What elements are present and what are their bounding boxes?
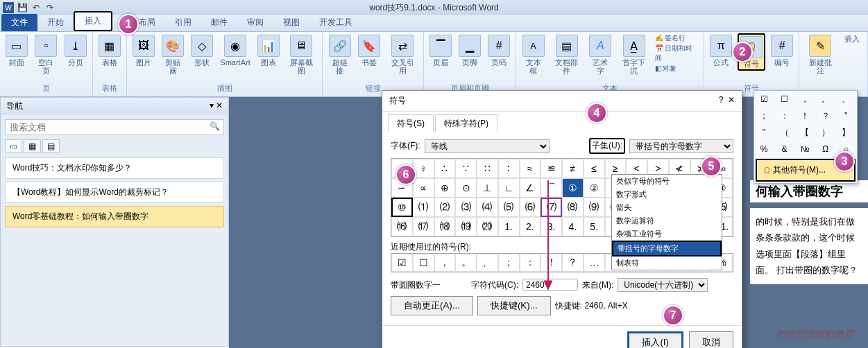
char-cell[interactable]: ⒅ <box>434 217 456 236</box>
subset-option[interactable]: 类似字母的符号 <box>612 175 722 188</box>
char-cell[interactable]: ① <box>562 178 584 198</box>
dialog-tab-symbols[interactable]: 符号(S) <box>388 114 434 132</box>
symbol-cell[interactable]: ， <box>795 91 815 107</box>
screenshot-button[interactable]: 🖥屏幕截图 <box>285 33 318 76</box>
page-break-button[interactable]: ⤓分页 <box>63 33 88 68</box>
footer-button[interactable]: ▁页脚 <box>457 33 482 68</box>
cancel-button[interactable]: 取消 <box>689 331 733 348</box>
redo-icon[interactable]: ↷ <box>44 2 56 13</box>
char-cell[interactable]: ② <box>584 178 605 198</box>
recent-cell[interactable]: 、 <box>477 254 498 272</box>
wordart-button[interactable]: A艺术字 <box>588 33 613 76</box>
char-cell[interactable]: ⒃ <box>391 217 413 236</box>
tab-home[interactable]: 开始 <box>37 14 74 31</box>
recent-cell[interactable]: ， <box>434 254 456 272</box>
nav-tab-results[interactable]: ▤ <box>42 139 60 153</box>
char-cell[interactable]: 4. <box>562 217 584 236</box>
char-cell[interactable]: 5. <box>584 217 605 236</box>
tab-references[interactable]: 引用 <box>165 14 201 31</box>
symbol-cell[interactable]: ） <box>816 124 835 141</box>
textbox-button[interactable]: A文本框 <box>520 33 546 76</box>
crossref-button[interactable]: ⇄交叉引用 <box>386 33 419 76</box>
symbol-cell[interactable]: ： <box>775 107 794 124</box>
char-cell[interactable]: ∷ <box>477 159 498 178</box>
shapes-button[interactable]: ◇形状 <box>189 33 214 68</box>
symbol-cell[interactable]: ☑ <box>754 91 774 107</box>
symbol-cell[interactable]: （ <box>775 124 794 141</box>
subset-option[interactable]: 杂项工业符号 <box>612 227 722 241</box>
char-cell[interactable]: ⑻ <box>562 198 584 217</box>
blank-page-button[interactable]: ▫空白页 <box>33 33 59 76</box>
char-cell[interactable]: ≌ <box>541 159 562 178</box>
shortcut-button[interactable]: 快捷键(K)... <box>477 296 551 315</box>
search-input[interactable] <box>5 119 224 135</box>
recent-cell[interactable]: … <box>584 254 605 272</box>
bookmark-button[interactable]: 🔖书签 <box>357 33 382 68</box>
char-cell[interactable]: ⒆ <box>455 217 477 236</box>
char-cell[interactable]: 1. <box>498 217 520 236</box>
tab-review[interactable]: 审阅 <box>237 14 273 31</box>
subset-option[interactable]: 数学运算符 <box>612 214 722 227</box>
nav-item-selected[interactable]: Word零基础教程：如何输入带圈数字 <box>5 206 224 227</box>
char-cell[interactable]: ⒇ <box>477 217 498 236</box>
nav-tab-headings[interactable]: ▭ <box>5 139 22 153</box>
subset-option[interactable]: 制表符 <box>612 256 722 270</box>
recent-cell[interactable]: ？ <box>562 254 584 272</box>
char-cell[interactable]: ⑶ <box>455 198 477 217</box>
symbol-cell[interactable]: Ω <box>816 141 835 157</box>
tab-view[interactable]: 视图 <box>273 14 309 31</box>
symbol-cell[interactable]: ？ <box>816 107 835 124</box>
char-cell[interactable]: ⊙ <box>455 178 477 198</box>
table-button[interactable]: ▦表格 <box>97 33 122 68</box>
picture-button[interactable]: 🖼图片 <box>131 33 156 68</box>
char-cell[interactable]: ⑩ <box>391 198 413 217</box>
dropcap-button[interactable]: A̲首字下沉 <box>618 33 651 76</box>
recent-cell[interactable]: ☐ <box>413 254 434 272</box>
char-cell[interactable]: ⑴ <box>413 198 434 217</box>
symbol-cell[interactable]: 、 <box>836 91 856 107</box>
nav-item[interactable]: 【Word教程】如何显示Word的裁剪标记？ <box>5 182 224 203</box>
recent-cell[interactable]: ☑ <box>391 254 413 272</box>
tab-mailings[interactable]: 邮件 <box>201 14 237 31</box>
hyperlink-button[interactable]: 🔗超链接 <box>327 33 352 76</box>
search-icon[interactable]: 🔍 <box>210 121 220 131</box>
char-cell[interactable]: ≈ <box>520 159 541 178</box>
char-cell[interactable]: ∵ <box>455 159 477 178</box>
symbol-cell[interactable]: % <box>754 141 774 157</box>
subset-option[interactable]: 数字形式 <box>612 188 722 201</box>
insert-button[interactable]: 插入 <box>841 33 863 44</box>
symbol-cell[interactable]: & <box>775 141 794 157</box>
symbol-cell[interactable]: 】 <box>836 124 856 141</box>
smartart-button[interactable]: ◉SmartArt <box>219 33 251 68</box>
undo-icon[interactable]: ↶ <box>31 2 42 13</box>
cover-page-button[interactable]: ▭封面 <box>4 33 29 68</box>
new-comment-button[interactable]: ✎新建批注 <box>803 33 837 76</box>
subset-select[interactable]: 带括号的字母数字 <box>629 139 733 153</box>
quickparts-button[interactable]: ▤文档部件 <box>550 33 584 76</box>
clipart-button[interactable]: 🎨剪贴画 <box>160 33 186 76</box>
save-icon[interactable]: 💾 <box>17 2 28 13</box>
char-cell[interactable]: ∶ <box>498 159 520 178</box>
symbol-cell[interactable]: " <box>836 107 856 124</box>
char-cell[interactable]: ⑷ <box>477 198 498 217</box>
autocorrect-button[interactable]: 自动更正(A)... <box>391 296 473 315</box>
nav-item[interactable]: Word技巧：文档水印你知多少？ <box>5 157 224 179</box>
signature-button[interactable]: ✍ 签名行 <box>655 33 700 43</box>
char-cell[interactable]: ⒄ <box>413 217 434 236</box>
char-cell[interactable]: ≠ <box>562 159 584 178</box>
nav-tab-pages[interactable]: ▦ <box>24 139 41 153</box>
char-cell[interactable]: ∝ <box>413 178 434 198</box>
object-button[interactable]: ◧ 对象 <box>655 64 700 73</box>
chart-button[interactable]: 📊图表 <box>256 33 281 68</box>
insert-button[interactable]: 插入(I) <box>627 331 683 348</box>
datetime-button[interactable]: 📅 日期和时间 <box>655 44 700 63</box>
symbol-cell[interactable]: 【 <box>795 124 815 141</box>
symbol-cell[interactable]: ； <box>754 107 774 124</box>
font-select[interactable]: 等线 <box>425 139 550 153</box>
symbol-cell[interactable]: № <box>795 141 815 157</box>
char-cell[interactable]: ⑵ <box>434 198 456 217</box>
char-cell[interactable]: ⊥ <box>477 178 498 198</box>
header-button[interactable]: ▔页眉 <box>428 33 453 68</box>
char-cell[interactable]: ⊕ <box>434 178 456 198</box>
recent-cell[interactable]: ； <box>498 254 520 272</box>
